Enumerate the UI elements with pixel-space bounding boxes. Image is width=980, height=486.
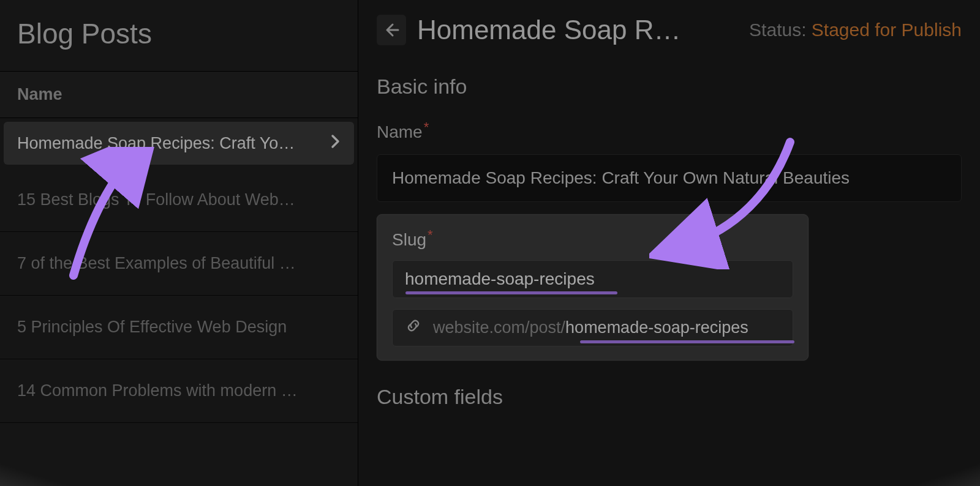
post-item-label: Homemade Soap Recipes: Craft Yo… [17, 134, 295, 153]
sidebar-title: Blog Posts [0, 0, 358, 72]
status-label: Status: [749, 20, 806, 40]
page-title: Homemade Soap R… [417, 15, 717, 45]
slug-label-text: Slug [392, 231, 426, 250]
slug-url-preview[interactable]: website.com/post/homemade-soap-recipes [392, 309, 793, 346]
post-list: Homemade Soap Recipes: Craft Yo… 15 Best… [0, 118, 358, 423]
url-prefix: website.com/post/ [433, 318, 565, 337]
url-slug: homemade-soap-recipes [565, 318, 748, 337]
link-icon [405, 317, 422, 338]
slug-block: Slug* website.com/post/homemade-soap-rec… [377, 214, 809, 360]
section-basic-info: Basic info Name* Slug* [358, 56, 980, 361]
post-item-selected[interactable]: Homemade Soap Recipes: Craft Yo… [4, 122, 354, 165]
name-input[interactable] [377, 154, 962, 202]
post-item[interactable]: 5 Principles Of Effective Web Design [0, 296, 358, 359]
name-label-text: Name [377, 122, 423, 141]
arrow-left-icon [383, 22, 399, 38]
sidebar: Blog Posts Name Homemade Soap Recipes: C… [0, 0, 358, 486]
status-label-wrap: Status: Staged for Publish [749, 20, 962, 40]
chevron-right-icon [331, 134, 341, 153]
post-item[interactable]: 7 of the Best Examples of Beautiful … [0, 232, 358, 296]
post-item-label: 7 of the Best Examples of Beautiful … [17, 254, 296, 273]
required-asterisk: * [424, 119, 429, 135]
post-item[interactable]: 14 Common Problems with modern … [0, 359, 358, 423]
annotation-underline [580, 340, 794, 343]
section-title-basic-info: Basic info [377, 75, 962, 99]
back-button[interactable] [377, 15, 406, 45]
slug-field-label: Slug* [392, 227, 793, 250]
post-item-label: 5 Principles Of Effective Web Design [17, 318, 287, 337]
section-title-custom-fields: Custom fields [358, 361, 980, 409]
name-field-label: Name* [377, 119, 962, 142]
status-value[interactable]: Staged for Publish [812, 20, 962, 40]
post-item[interactable]: 15 Best Blogs To Follow About Web… [0, 168, 358, 232]
slug-input-wrap [392, 260, 793, 298]
post-item-label: 15 Best Blogs To Follow About Web… [17, 190, 295, 209]
app-root: Blog Posts Name Homemade Soap Recipes: C… [0, 0, 980, 486]
topbar: Homemade Soap R… Status: Staged for Publ… [358, 0, 980, 56]
annotation-underline [405, 291, 617, 294]
post-item-label: 14 Common Problems with modern … [17, 381, 298, 400]
column-header-name[interactable]: Name [0, 72, 358, 118]
required-asterisk: * [428, 227, 433, 242]
main-panel: Homemade Soap R… Status: Staged for Publ… [358, 0, 980, 486]
